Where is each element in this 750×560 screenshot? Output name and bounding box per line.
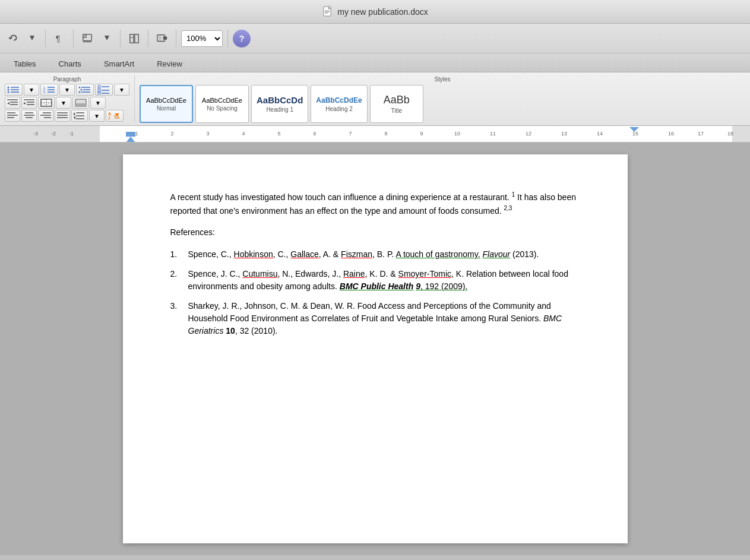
layout-icon — [129, 33, 140, 44]
align-right-btn[interactable] — [38, 110, 53, 122]
style-heading1[interactable]: AaBbCcDd Heading 1 — [251, 85, 308, 123]
justify-row: ▼ A Z — [5, 110, 129, 122]
ref-num-2: 2. — [170, 268, 188, 293]
list-row-1: ▼ 1. 2. 3. ▼ — [5, 84, 129, 96]
divider-6 — [227, 30, 228, 48]
zoom-select[interactable]: 100% 75% 150% — [181, 30, 223, 47]
view-button[interactable] — [78, 29, 96, 49]
svg-marker-75 — [115, 116, 119, 118]
svg-text:7: 7 — [349, 131, 352, 137]
line-spacing-icon — [74, 112, 86, 120]
style-h1-preview: AaBbCcDd — [257, 95, 303, 105]
justify-icon — [57, 112, 68, 120]
ruler-inner: -3 -2 -1 1 2 3 4 5 6 7 8 9 10 11 12 13 1… — [0, 126, 750, 142]
svg-text:3: 3 — [206, 131, 209, 137]
svg-text:11: 11 — [490, 131, 496, 137]
svg-text:16: 16 — [668, 131, 674, 137]
style-list-dropdown-btn[interactable]: ▼ — [114, 84, 129, 96]
undo-icon — [8, 33, 19, 44]
svg-text:18: 18 — [727, 131, 733, 137]
bullet-list-btn[interactable] — [5, 84, 23, 96]
media-button[interactable] — [153, 29, 171, 49]
shading-icon — [75, 99, 87, 107]
svg-text:10: 10 — [454, 131, 460, 137]
border-btn[interactable] — [38, 97, 55, 109]
svg-point-33 — [79, 91, 81, 93]
help-button[interactable]: ? — [233, 30, 251, 48]
style-heading2[interactable]: AaBbCcDdEe Heading 2 — [311, 85, 367, 123]
reference-item-3: 3. Sharkey, J. R., Johnson, C. M. & Dean… — [170, 300, 586, 337]
svg-rect-53 — [75, 103, 86, 106]
justify-btn[interactable] — [55, 110, 70, 122]
svg-rect-77 — [732, 126, 750, 143]
ref-text-1: Spence, C., Hobkinson, C., Gallace, A. &… — [188, 248, 586, 261]
numbered-list-dropdown-btn[interactable]: ▼ — [59, 84, 75, 96]
svg-rect-101 — [126, 132, 135, 137]
tab-charts[interactable]: Charts — [48, 55, 93, 72]
page: A recent study has investigated how touc… — [123, 154, 628, 543]
undo-dropdown-icon — [30, 36, 34, 42]
paragraph-section: Paragraph ▼ 1. — [0, 75, 135, 123]
svg-rect-7 — [83, 34, 86, 37]
paragraph-label: Paragraph — [5, 75, 129, 83]
sort-btn[interactable]: A Z — [106, 110, 124, 122]
svg-text:9: 9 — [420, 131, 423, 137]
styles-section: Styles AaBbCcDdEe Normal AaBbCcDdEe No S… — [135, 75, 750, 123]
svg-text:¶: ¶ — [56, 34, 61, 43]
svg-marker-70 — [74, 116, 75, 119]
undo-button[interactable] — [5, 29, 23, 49]
svg-text:-3: -3 — [33, 131, 38, 137]
align-center-icon — [24, 112, 34, 120]
decrease-indent-icon — [7, 99, 18, 107]
style-normal[interactable]: AaBbCcDdEe Normal — [140, 85, 193, 123]
style-no-spacing[interactable]: AaBbCcDdEe No Spacing — [195, 85, 249, 123]
decrease-indent-btn[interactable] — [5, 97, 20, 109]
align-left-btn[interactable] — [5, 110, 20, 122]
increase-indent-icon — [24, 99, 34, 107]
indent-list-btn[interactable] — [76, 84, 94, 96]
style-h2-preview: AaBbCcDdEe — [316, 96, 362, 105]
svg-text:15: 15 — [632, 131, 638, 137]
divider-5 — [176, 30, 176, 48]
border-dropdown-btn[interactable]: ▼ — [56, 97, 71, 109]
view-dropdown-icon — [105, 36, 109, 42]
ruler-svg: -3 -2 -1 1 2 3 4 5 6 7 8 9 10 11 12 13 1… — [0, 126, 750, 143]
view-icon — [82, 33, 93, 44]
doc-icon — [322, 6, 334, 18]
style-list-btn[interactable] — [95, 84, 113, 96]
bullet-list-dropdown-btn[interactable]: ▼ — [24, 84, 39, 96]
numbered-list-btn[interactable]: 1. 2. 3. — [40, 84, 58, 96]
shading-btn[interactable] — [72, 97, 89, 109]
doc-area[interactable]: A recent study has investigated how touc… — [0, 143, 750, 555]
align-center-btn[interactable] — [21, 110, 37, 122]
style-h2-label: Heading 2 — [325, 106, 353, 112]
ribbon-panel: Paragraph ▼ 1. — [0, 72, 750, 126]
line-spacing-dropdown-btn[interactable]: ▼ — [89, 110, 105, 122]
style-nospacing-preview: AaBbCcDdEe — [202, 97, 242, 104]
svg-text:-2: -2 — [51, 131, 56, 137]
shading-dropdown-btn[interactable]: ▼ — [90, 97, 106, 109]
svg-rect-14 — [163, 36, 167, 39]
svg-rect-11 — [135, 34, 138, 42]
tab-smartart[interactable]: SmartArt — [93, 55, 145, 72]
line-spacing-btn[interactable] — [71, 110, 88, 122]
pilcrow-button[interactable]: ¶ — [50, 29, 68, 49]
references-header: References: — [170, 226, 586, 239]
svg-marker-69 — [74, 112, 75, 116]
window-title: my new publication.docx — [337, 7, 428, 17]
style-title[interactable]: AaBb Title — [370, 85, 423, 123]
svg-text:13: 13 — [561, 131, 567, 137]
undo-arrow-button[interactable] — [24, 29, 40, 49]
view-arrow-button[interactable] — [99, 29, 115, 49]
tab-tables[interactable]: Tables — [2, 55, 48, 72]
help-label: ? — [239, 34, 245, 43]
body-paragraph: A recent study has investigated how touc… — [170, 190, 586, 217]
undo-redo-group — [5, 29, 40, 49]
tab-review[interactable]: Review — [145, 55, 194, 72]
layout-button[interactable] — [125, 29, 143, 49]
increase-indent-btn[interactable] — [21, 97, 37, 109]
svg-rect-39 — [98, 92, 100, 94]
style-nospacing-label: No Spacing — [207, 105, 238, 112]
svg-rect-35 — [98, 86, 100, 88]
border-icon — [40, 99, 52, 107]
